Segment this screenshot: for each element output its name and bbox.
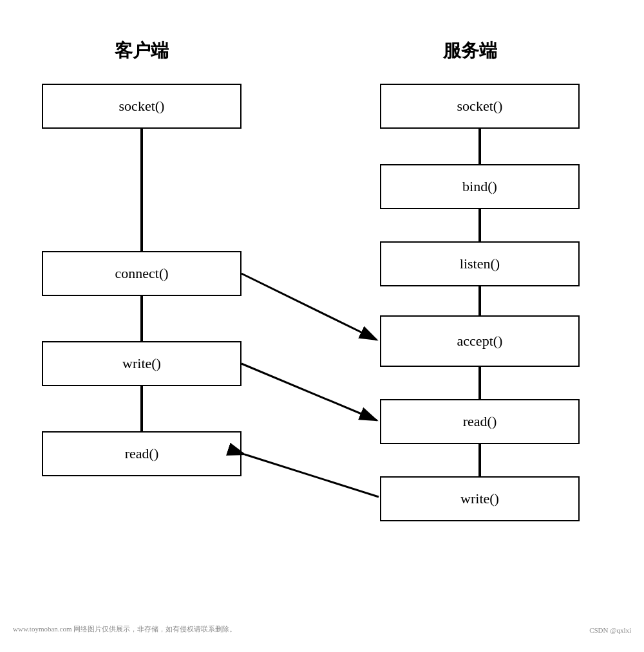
server-write-label: write() bbox=[460, 490, 499, 507]
server-socket-label: socket() bbox=[457, 98, 503, 115]
server-bind-box: bind() bbox=[380, 164, 580, 209]
client-connect-label: connect() bbox=[115, 265, 168, 282]
client-read-box: read() bbox=[42, 431, 242, 476]
csdn-watermark: CSDN @qxlxi bbox=[589, 626, 631, 634]
server-header: 服务端 bbox=[406, 39, 535, 63]
server-read-label: read() bbox=[463, 413, 497, 430]
write-to-server-read-arrow bbox=[242, 364, 377, 420]
server-write-box: write() bbox=[380, 476, 580, 521]
client-socket-box: socket() bbox=[42, 84, 242, 129]
server-read-box: read() bbox=[380, 399, 580, 444]
client-write-label: write() bbox=[122, 355, 161, 372]
server-listen-label: listen() bbox=[460, 256, 500, 272]
client-header: 客户端 bbox=[77, 39, 206, 63]
connect-to-accept-arrow bbox=[242, 274, 377, 340]
server-accept-label: accept() bbox=[457, 333, 503, 349]
server-socket-box: socket() bbox=[380, 84, 580, 129]
client-socket-label: socket() bbox=[119, 98, 165, 115]
server-write-to-client-read-arrow bbox=[245, 454, 379, 497]
server-bind-label: bind() bbox=[462, 178, 497, 195]
client-connect-box: connect() bbox=[42, 251, 242, 296]
watermark-text: www.toymoban.com 网络图片仅供展示，非存储，如有侵权请联系删除。 bbox=[13, 624, 236, 634]
server-listen-box: listen() bbox=[380, 241, 580, 286]
client-write-box: write() bbox=[42, 341, 242, 386]
server-accept-box: accept() bbox=[380, 315, 580, 367]
diagram-container: 客户端 服务端 socket() connect() write() read(… bbox=[0, 0, 644, 652]
client-read-label: read() bbox=[125, 445, 159, 462]
